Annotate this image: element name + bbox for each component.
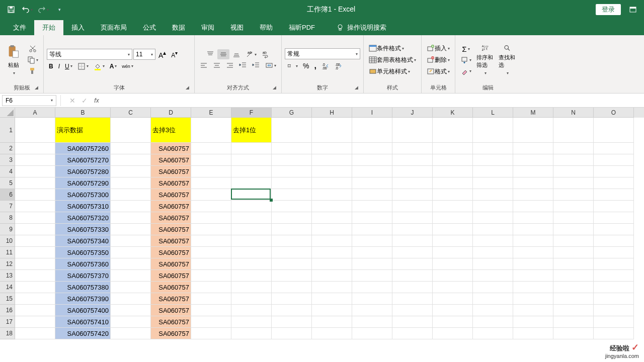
cell[interactable] xyxy=(594,166,634,177)
cell[interactable] xyxy=(191,305,231,316)
cell[interactable] xyxy=(312,235,352,247)
cell[interactable] xyxy=(15,293,55,305)
align-bottom-button[interactable] xyxy=(230,49,243,59)
cell[interactable] xyxy=(594,328,634,339)
cell[interactable] xyxy=(15,258,55,270)
cell[interactable] xyxy=(473,212,513,224)
formula-input[interactable] xyxy=(103,95,644,106)
cell[interactable] xyxy=(392,189,433,201)
tab-view[interactable]: 视图 xyxy=(222,20,252,35)
increase-font-button[interactable]: A▴ xyxy=(156,48,168,60)
cell[interactable] xyxy=(513,328,553,339)
cell[interactable] xyxy=(231,201,272,212)
cell[interactable] xyxy=(352,224,392,235)
cell[interactable]: SA060757320 xyxy=(55,212,111,224)
cell[interactable]: SA060757 xyxy=(151,143,191,154)
row-headers[interactable]: 123456789101112131415161718 xyxy=(0,118,15,339)
cell[interactable]: SA060757410 xyxy=(55,316,111,328)
cell[interactable] xyxy=(594,224,634,235)
cell[interactable] xyxy=(433,189,473,201)
cell[interactable] xyxy=(433,316,473,328)
cell[interactable] xyxy=(433,154,473,166)
cell[interactable] xyxy=(191,328,231,339)
cell[interactable] xyxy=(15,224,55,235)
underline-button[interactable]: U▾ xyxy=(63,62,74,71)
cell[interactable] xyxy=(433,247,473,258)
cell[interactable] xyxy=(15,177,55,189)
column-header-I[interactable]: I xyxy=(352,108,392,118)
row-header[interactable]: 18 xyxy=(0,328,15,339)
cell[interactable]: SA060757 xyxy=(151,270,191,282)
column-header-M[interactable]: M xyxy=(513,108,553,118)
format-as-table-button[interactable]: 套用表格格式▾ xyxy=(367,55,418,65)
cell[interactable] xyxy=(513,118,553,143)
cell[interactable]: SA060757290 xyxy=(55,177,111,189)
cell[interactable] xyxy=(231,247,272,258)
cell[interactable] xyxy=(111,154,151,166)
cell[interactable] xyxy=(312,305,352,316)
cell[interactable] xyxy=(513,212,553,224)
cell[interactable] xyxy=(272,154,312,166)
cell[interactable] xyxy=(473,328,513,339)
align-right-button[interactable] xyxy=(224,60,236,70)
cell[interactable] xyxy=(312,328,352,339)
cell[interactable] xyxy=(473,270,513,282)
cell[interactable] xyxy=(231,189,272,201)
cell[interactable] xyxy=(191,293,231,305)
cell[interactable]: SA060757 xyxy=(151,282,191,293)
column-header-N[interactable]: N xyxy=(553,108,594,118)
cell[interactable] xyxy=(392,305,433,316)
cell[interactable] xyxy=(553,154,594,166)
cell[interactable] xyxy=(473,305,513,316)
cell[interactable] xyxy=(513,177,553,189)
cell[interactable] xyxy=(272,143,312,154)
cell[interactable]: 去掉3位 xyxy=(151,118,191,143)
enter-formula-button[interactable]: ✓ xyxy=(78,95,91,106)
cell[interactable] xyxy=(231,328,272,339)
cell[interactable] xyxy=(111,235,151,247)
cell[interactable] xyxy=(513,282,553,293)
row-header[interactable]: 13 xyxy=(0,270,15,282)
cell[interactable] xyxy=(392,258,433,270)
row-header[interactable]: 11 xyxy=(0,247,15,258)
cell[interactable] xyxy=(352,212,392,224)
cell[interactable] xyxy=(392,328,433,339)
cell[interactable] xyxy=(272,235,312,247)
cell[interactable] xyxy=(312,143,352,154)
cell[interactable] xyxy=(473,154,513,166)
accounting-format-button[interactable]: ⌑▾ xyxy=(285,61,300,71)
cell[interactable] xyxy=(191,247,231,258)
row-header[interactable]: 7 xyxy=(0,201,15,212)
font-name-combo[interactable]: 等线▾ xyxy=(47,49,132,60)
cell[interactable] xyxy=(272,258,312,270)
cell[interactable] xyxy=(594,118,634,143)
fill-handle[interactable] xyxy=(270,199,273,202)
undo-button[interactable]: ▾ xyxy=(20,3,34,17)
increase-decimal-button[interactable]: .0.00 xyxy=(319,61,332,71)
cell[interactable] xyxy=(111,293,151,305)
cell[interactable] xyxy=(513,270,553,282)
cell[interactable] xyxy=(15,328,55,339)
cell[interactable] xyxy=(312,118,352,143)
cell[interactable] xyxy=(15,143,55,154)
cell[interactable]: SA060757420 xyxy=(55,328,111,339)
insert-cells-button[interactable]: 插入▾ xyxy=(425,43,452,54)
cell[interactable] xyxy=(15,270,55,282)
cell[interactable]: SA060757 xyxy=(151,258,191,270)
cell[interactable]: SA060757350 xyxy=(55,247,111,258)
cell[interactable] xyxy=(312,282,352,293)
cell[interactable] xyxy=(433,270,473,282)
cell[interactable] xyxy=(513,305,553,316)
cell[interactable]: SA060757 xyxy=(151,166,191,177)
italic-button[interactable]: I xyxy=(56,62,62,71)
row-header[interactable]: 12 xyxy=(0,258,15,270)
cell[interactable] xyxy=(553,224,594,235)
cell[interactable] xyxy=(553,143,594,154)
increase-indent-button[interactable] xyxy=(250,60,262,70)
cut-button[interactable] xyxy=(25,44,40,54)
cell[interactable] xyxy=(15,212,55,224)
cell[interactable] xyxy=(352,282,392,293)
row-header[interactable]: 17 xyxy=(0,316,15,328)
cell[interactable] xyxy=(473,293,513,305)
cell[interactable] xyxy=(513,235,553,247)
